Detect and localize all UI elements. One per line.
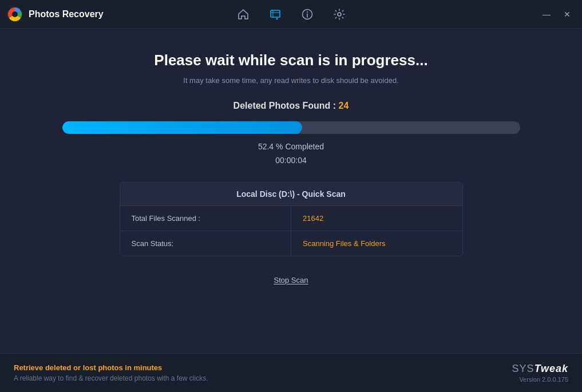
settings-nav-icon[interactable] (329, 4, 350, 25)
info-nav-icon[interactable] (297, 4, 318, 25)
svg-point-9 (338, 13, 341, 16)
footer-sub: A reliable way to find & recover deleted… (14, 374, 512, 382)
footer-right: SYSTweak Version 2.0.0.175 (512, 363, 568, 383)
scan-info-table: Local Disc (D:\) - Quick Scan Total File… (120, 182, 463, 256)
window-controls: — ✕ (539, 6, 575, 22)
brand-tweak: Tweak (535, 363, 568, 374)
footer-left: Retrieve deleted or lost photos in minut… (14, 363, 512, 382)
app-title: Photos Recovery (29, 9, 104, 19)
scan-status-value: Scanning Files & Folders (291, 231, 462, 256)
title-bar-left: Photos Recovery (7, 6, 104, 22)
table-header: Local Disc (D:\) - Quick Scan (120, 183, 462, 206)
svg-point-5 (276, 18, 278, 19)
total-files-value: 21642 (291, 206, 462, 231)
title-bar: Photos Recovery (0, 0, 582, 29)
progress-percent: 52.4 % Completed (258, 142, 324, 151)
app-logo (7, 6, 23, 22)
main-content: Please wait while scan is in progress...… (0, 29, 582, 353)
home-nav-icon[interactable] (233, 4, 254, 25)
scan-timer: 00:00:04 (275, 156, 307, 165)
footer: Retrieve deleted or lost photos in minut… (0, 353, 582, 392)
title-bar-nav (233, 4, 350, 25)
brand-version: Version 2.0.0.175 (512, 376, 568, 383)
found-label: Deleted Photos Found : 24 (233, 101, 349, 111)
scan-subtitle: It may take some time, any read writes t… (183, 76, 398, 85)
scan-title: Please wait while scan is in progress... (154, 52, 427, 69)
total-files-label: Total Files Scanned : (120, 206, 292, 231)
close-button[interactable]: ✕ (559, 6, 575, 22)
found-count: 24 (339, 101, 349, 110)
scan-status-label: Scan Status: (120, 231, 292, 256)
svg-rect-2 (271, 10, 280, 17)
footer-promo: Retrieve deleted or lost photos in minut… (14, 363, 512, 372)
progress-fill (62, 121, 302, 134)
progress-bar-container (62, 121, 520, 134)
brand-name: SYSTweak (512, 363, 568, 375)
svg-point-8 (307, 11, 308, 13)
table-row: Scan Status: Scanning Files & Folders (120, 231, 462, 256)
brand-sys: SYS (512, 363, 535, 374)
table-row: Total Files Scanned : 21642 (120, 206, 462, 231)
stop-scan-button[interactable]: Stop Scan (267, 272, 315, 288)
svg-point-1 (12, 11, 18, 17)
scan-nav-icon[interactable] (265, 4, 286, 25)
minimize-button[interactable]: — (539, 6, 555, 22)
